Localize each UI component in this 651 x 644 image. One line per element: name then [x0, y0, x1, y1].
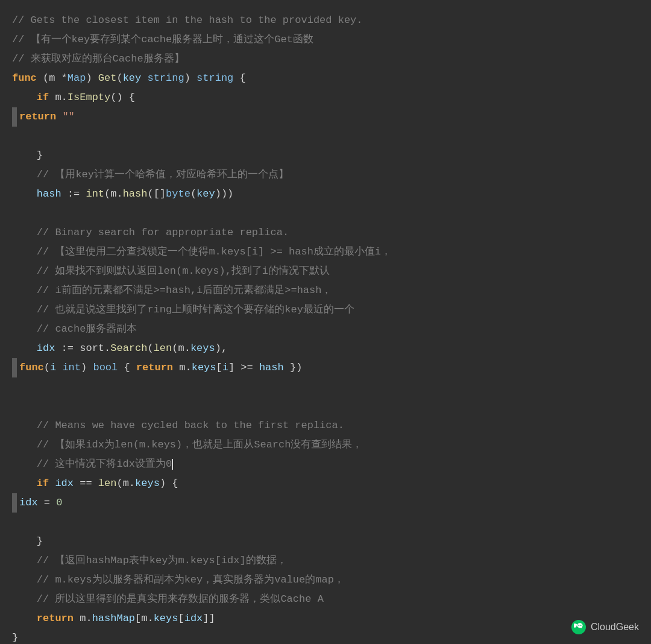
line-6: return "" — [12, 107, 639, 127]
line-13: // 如果找不到则默认返回len(m.keys),找到了i的情况下默认 — [12, 265, 330, 277]
code-block: // Gets the closest item in the hash to … — [12, 11, 639, 644]
code-container: // Gets the closest item in the hash to … — [0, 0, 651, 644]
line-15: // 也就是说这里找到了ring上顺时针离这个要存储的key最近的一个 — [12, 304, 354, 315]
line-7: } — [12, 150, 43, 161]
line-17: idx := sort.Search(len(m.keys), — [12, 343, 227, 354]
watermark: CloudGeek — [571, 620, 639, 634]
wechat-icon — [571, 620, 586, 634]
line-19 — [12, 400, 18, 412]
line-24: idx = 0 — [12, 493, 639, 513]
line-22: // 这中情况下将idx设置为0 — [12, 458, 173, 470]
line-26: // 【返回hashMap表中key为m.keys[idx]的数据， — [12, 555, 287, 566]
line-4: func (m *Map) Get(key string) string { — [12, 72, 246, 84]
line-8: // 【用key计算一个哈希值，对应哈希环上的一个点】 — [12, 169, 289, 180]
line-23: if idx == len(m.keys) { — [12, 478, 178, 489]
line-2: // 【有一个key要存到某个cache服务器上时，通过这个Get函数 — [12, 34, 313, 45]
line-28: // 所以这里得到的是真实用来存数据的服务器，类似Cache A — [12, 593, 324, 605]
line-29: return m.hashMap[m.keys[idx]] — [12, 613, 215, 624]
line-21: // 【如果idx为len(m.keys)，也就是上面从Search没有查到结果… — [12, 439, 362, 450]
line-3: // 来获取对应的那台Cache服务器】 — [12, 53, 184, 65]
line-25: } — [12, 535, 43, 547]
line-10 — [12, 207, 18, 219]
line-30: } — [12, 632, 18, 643]
line-27: // m.keys为以服务器和副本为key，真实服务器为value的map， — [12, 574, 344, 586]
line-1: // Gets the closest item in the hash to … — [12, 14, 363, 26]
line-11: // Binary search for appropriate replica… — [12, 227, 289, 238]
line-18: func(i int) bool { return m.keys[i] >= h… — [12, 358, 639, 377]
brand-name: CloudGeek — [591, 622, 639, 633]
line-5: if m.IsEmpty() { — [12, 92, 135, 103]
line-14: // i前面的元素都不满足>=hash,i后面的元素都满足>=hash， — [12, 285, 332, 296]
line-20: // Means we have cycled back to the firs… — [12, 420, 344, 431]
line-16: // cache服务器副本 — [12, 323, 137, 335]
line-9: hash := int(m.hash([]byte(key))) — [12, 188, 233, 200]
line-12: // 【这里使用二分查找锁定一个使得m.keys[i] >= hash成立的最小… — [12, 246, 391, 257]
